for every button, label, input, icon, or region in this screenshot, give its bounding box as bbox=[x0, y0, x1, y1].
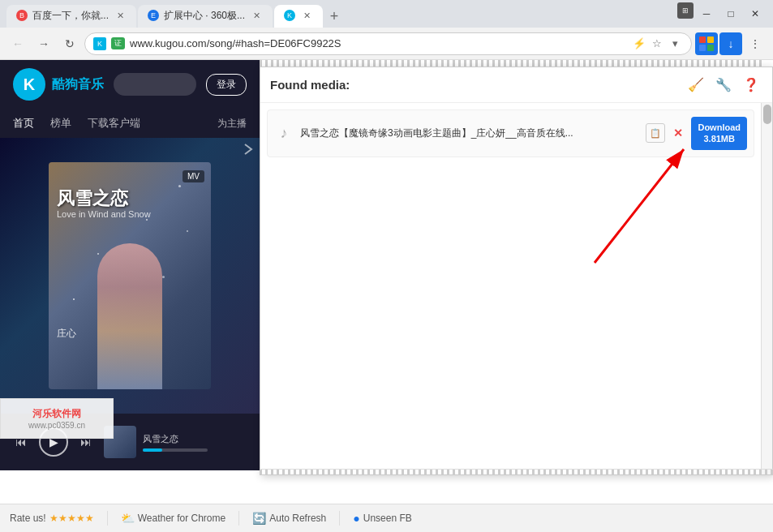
tab1-title: 百度一下，你就... bbox=[32, 9, 109, 23]
tab-extension[interactable]: E 扩展中心 · 360极... ✕ bbox=[138, 5, 273, 28]
tab-bar: B 百度一下，你就... ✕ E 扩展中心 · 360极... ✕ K ✕ + bbox=[6, 0, 668, 28]
kugou-logo: K bbox=[13, 68, 45, 101]
broom-icon-button[interactable]: 🧹 bbox=[685, 74, 707, 97]
next-arrow[interactable] bbox=[240, 141, 256, 161]
tab1-close[interactable]: ✕ bbox=[114, 9, 127, 22]
media-item: ♪ 风雪之恋【魔镜奇缘3动画电影主题曲】_庄心妍__高音质在线... 📋 ✕ D… bbox=[267, 109, 754, 157]
lightning-icon: ⚡ bbox=[631, 36, 647, 52]
tab3-favicon: K bbox=[284, 10, 295, 21]
song-title: 风雪之恋 bbox=[57, 187, 128, 211]
tab2-close[interactable]: ✕ bbox=[250, 9, 263, 22]
kugou-header: K 酷狗音乐 登录 bbox=[0, 60, 260, 109]
artist-name: 庄心 bbox=[57, 327, 76, 341]
watermark-site: 河乐软件网 bbox=[32, 407, 81, 421]
nav-download[interactable]: 下载客户端 bbox=[88, 116, 140, 131]
nav-charts[interactable]: 榜单 bbox=[50, 116, 71, 131]
browser-window: B 百度一下，你就... ✕ E 扩展中心 · 360极... ✕ K ✕ + … bbox=[0, 0, 773, 532]
download-size: 3.81MB bbox=[698, 133, 741, 144]
star-icon[interactable]: ☆ bbox=[649, 36, 665, 52]
remove-button[interactable]: ✕ bbox=[668, 123, 688, 143]
rate-us-label: Rate us! bbox=[10, 513, 46, 524]
apps-dot-1 bbox=[699, 36, 706, 43]
window-controls: ⊞ ─ □ ✕ bbox=[677, 2, 767, 25]
scroll-thumb[interactable] bbox=[763, 105, 771, 124]
address-favicon: K bbox=[93, 37, 106, 50]
media-actions: 📋 ✕ Download 3.81MB bbox=[646, 117, 747, 150]
apps-dot-2 bbox=[707, 36, 714, 43]
refresh-label: Auto Refresh bbox=[269, 513, 326, 524]
popup-action-icons: 🧹 🔧 ❓ bbox=[685, 74, 762, 97]
minimize-button[interactable]: ─ bbox=[695, 2, 718, 25]
tab3-close[interactable]: ✕ bbox=[300, 9, 313, 22]
download-icon[interactable]: ↓ bbox=[719, 32, 742, 55]
settings-icon-button[interactable]: 🔧 bbox=[712, 74, 735, 97]
media-title: 风雪之恋【魔镜奇缘3动画电影主题曲】_庄心妍__高音质在线... bbox=[300, 127, 639, 140]
unseen-fb-icon: ● bbox=[353, 512, 359, 525]
toolbar-right: ↓ ⋮ bbox=[695, 32, 767, 55]
extension-bar: Rate us! ★★★★★ ⛅ Weather for Chrome 🔄 Au… bbox=[0, 504, 773, 532]
toolbar: ← → ↻ K 证 www.kugou.com/song/#hash=DE06F… bbox=[0, 28, 773, 60]
help-icon-button[interactable]: ❓ bbox=[740, 74, 762, 97]
star-rating: ★★★★★ bbox=[49, 513, 94, 524]
main-area: K 酷狗音乐 登录 首页 榜单 下载客户端 为主播 bbox=[0, 60, 773, 504]
tab2-favicon: E bbox=[148, 10, 159, 21]
kugou-cover: 风雪之恋 Love in Wind and Snow 庄心 MV bbox=[0, 138, 260, 414]
progress-fill bbox=[143, 448, 162, 452]
site-icon: ⊞ bbox=[677, 2, 694, 19]
download-button[interactable]: Download 3.81MB bbox=[691, 117, 747, 150]
refresh-icon: 🔄 bbox=[252, 512, 266, 525]
mv-badge: MV bbox=[183, 170, 204, 182]
tab1-favicon: B bbox=[16, 10, 28, 21]
watermark: 河乐软件网 www.pc0359.cn bbox=[0, 398, 114, 439]
nav-host[interactable]: 为主播 bbox=[217, 117, 247, 131]
apps-dot-4 bbox=[707, 45, 714, 51]
tab-kugou[interactable]: K ✕ bbox=[274, 5, 323, 28]
close-button[interactable]: ✕ bbox=[744, 2, 767, 25]
popup-bottom-scrollbar[interactable] bbox=[260, 469, 773, 475]
weather-item[interactable]: ⛅ Weather for Chrome bbox=[121, 512, 226, 525]
address-url: www.kugou.com/song/#hash=DE06FC9922S bbox=[130, 37, 626, 49]
nav-home[interactable]: 首页 bbox=[13, 116, 34, 131]
song-subtitle: Love in Wind and Snow bbox=[57, 209, 151, 219]
kugou-login-button[interactable]: 登录 bbox=[206, 74, 247, 96]
rate-us-item[interactable]: Rate us! ★★★★★ bbox=[10, 513, 94, 524]
popup-content-area: ♪ 风雪之恋【魔镜奇缘3动画电影主题曲】_庄心妍__高音质在线... 📋 ✕ D… bbox=[260, 103, 772, 474]
weather-cloud-icon: ⛅ bbox=[121, 512, 135, 525]
player-song-title: 风雪之恋 bbox=[143, 433, 250, 445]
back-button[interactable]: ← bbox=[6, 32, 29, 55]
popup-title: Found media: bbox=[270, 78, 678, 92]
chevron-down-icon[interactable]: ▾ bbox=[667, 36, 683, 52]
popup-header: Found media: 🧹 🔧 ❓ bbox=[260, 67, 772, 103]
popup-content: ♪ 风雪之恋【魔镜奇缘3动画电影主题曲】_庄心妍__高音质在线... 📋 ✕ D… bbox=[260, 103, 761, 474]
weather-label: Weather for Chrome bbox=[138, 513, 226, 524]
apps-dot-3 bbox=[699, 45, 706, 51]
kugou-nav: 首页 榜单 下载客户端 为主播 bbox=[0, 109, 260, 138]
google-apps-icon bbox=[699, 36, 714, 51]
unseen-fb-label: Unseen FB bbox=[363, 513, 412, 524]
menu-button[interactable]: ⋮ bbox=[744, 32, 767, 55]
player-info: 风雪之恋 bbox=[143, 433, 250, 452]
chevron-right-icon bbox=[240, 141, 256, 157]
popup-scrollbar[interactable] bbox=[761, 103, 772, 474]
reload-button[interactable]: ↻ bbox=[58, 32, 81, 55]
watermark-url: www.pc0359.cn bbox=[28, 421, 85, 430]
profile-button[interactable] bbox=[695, 32, 718, 55]
title-bar: B 百度一下，你就... ✕ E 扩展中心 · 360极... ✕ K ✕ + … bbox=[0, 0, 773, 28]
forward-button[interactable]: → bbox=[32, 32, 55, 55]
unseen-fb-item[interactable]: ● Unseen FB bbox=[353, 512, 412, 525]
progress-bar[interactable] bbox=[143, 448, 208, 452]
tab2-title: 扩展中心 · 360极... bbox=[164, 9, 245, 23]
divider-3 bbox=[339, 511, 340, 526]
cover-image: 风雪之恋 Love in Wind and Snow 庄心 MV bbox=[49, 162, 211, 389]
divider-1 bbox=[107, 511, 108, 526]
popup-panel: Found media: 🧹 🔧 ❓ ♪ 风雪之恋【魔镜奇缘3动 bbox=[260, 66, 773, 475]
address-icons: ⚡ ☆ ▾ bbox=[631, 36, 683, 52]
tab-baidu[interactable]: B 百度一下，你就... ✕ bbox=[6, 5, 136, 28]
new-tab-button[interactable]: + bbox=[323, 5, 346, 28]
maximize-button[interactable]: □ bbox=[719, 2, 742, 25]
kugou-search-box[interactable] bbox=[114, 73, 196, 96]
popup-top-scrollbar[interactable] bbox=[260, 60, 762, 66]
copy-button[interactable]: 📋 bbox=[646, 123, 665, 143]
address-bar[interactable]: K 证 www.kugou.com/song/#hash=DE06FC9922S… bbox=[84, 32, 692, 55]
auto-refresh-item[interactable]: 🔄 Auto Refresh bbox=[252, 512, 326, 525]
